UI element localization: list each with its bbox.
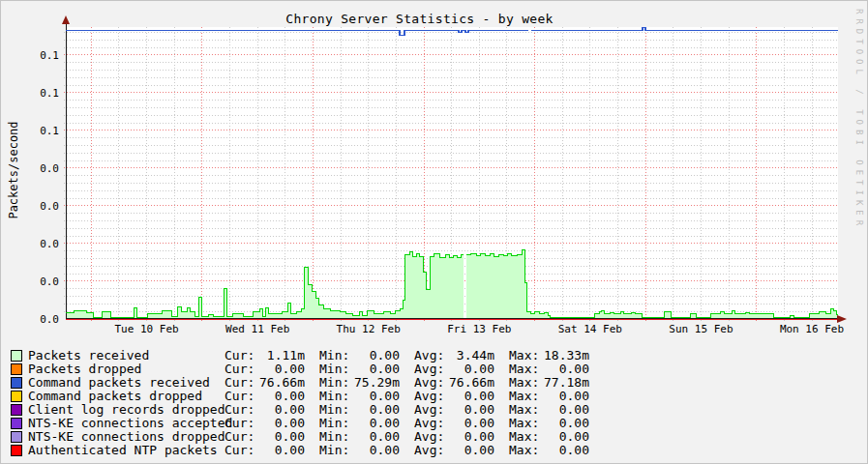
x-tick-label: Mon 16 Feb (780, 323, 844, 335)
legend-row: Command packets dropped Cur:0.00Min:0.00… (1, 390, 867, 403)
legend-stat-value: 0.00 (354, 444, 400, 457)
legend-series-label: Authenticated NTP packets (28, 444, 224, 457)
legend-row: Packets received Cur:1.11mMin:0.00Avg:3.… (1, 349, 867, 362)
y-tick-label: 0.1 (40, 49, 59, 62)
legend-row: Command packets received Cur:76.66mMin:7… (1, 376, 867, 390)
legend: Packets received Cur:1.11mMin:0.00Avg:3.… (1, 349, 867, 457)
legend-stat-value: 0.00 (259, 403, 305, 417)
legend-stat-value: 76.66m (259, 376, 305, 390)
legend-stat-key: Avg: (414, 403, 449, 417)
legend-stat-value: 0.00 (449, 362, 494, 376)
legend-stat-key: Max: (509, 362, 544, 376)
legend-stat-value: 75.29m (354, 376, 400, 390)
legend-stat-key: Avg: (414, 362, 449, 376)
legend-stat-value: 0.00 (544, 430, 589, 444)
legend-stat-value: 0.00 (259, 362, 305, 376)
legend-swatch (11, 377, 22, 389)
x-tick-label: Fri 13 Feb (447, 323, 511, 335)
legend-row: NTS-KE connections accepted Cur:0.00Min:… (1, 417, 867, 430)
legend-stat-value: 0.00 (259, 417, 305, 430)
legend-stat-key: Cur: (224, 417, 259, 430)
legend-stat-key: Avg: (414, 417, 449, 430)
legend-series-label: NTS-KE connections dropped (28, 430, 224, 444)
legend-stat-key: Min: (319, 417, 354, 430)
legend-stat-key: Max: (509, 376, 544, 390)
legend-stat-value: 0.00 (544, 362, 589, 376)
legend-stat-value: 0.00 (544, 444, 589, 457)
legend-stat-key: Cur: (224, 362, 259, 376)
legend-stat-value: 0.00 (449, 444, 494, 457)
legend-swatch (11, 418, 22, 429)
x-tick-label: Wed 11 Feb (225, 323, 289, 335)
legend-series-label: NTS-KE connections accepted (28, 417, 224, 430)
legend-stat-value: 76.66m (449, 376, 494, 390)
legend-row: Authenticated NTP packets Cur:0.00Min:0.… (1, 444, 867, 457)
legend-stat-key: Cur: (224, 430, 259, 444)
x-tick-label: Tue 10 Feb (114, 323, 178, 335)
y-tick-label: 0.1 (40, 125, 59, 137)
legend-row: Client log records dropped Cur:0.00Min:0… (1, 403, 867, 417)
legend-stat-value: 0.00 (354, 403, 400, 417)
legend-series-label: Command packets dropped (28, 390, 224, 403)
legend-stat-key: Cur: (224, 444, 259, 457)
legend-stat-key: Cur: (224, 349, 259, 362)
legend-row: Packets dropped Cur:0.00Min:0.00Avg:0.00… (1, 362, 867, 376)
legend-stat-key: Avg: (414, 430, 449, 444)
legend-stat-value: 1.11m (259, 349, 305, 362)
legend-swatch (11, 350, 22, 362)
legend-stat-key: Max: (509, 403, 544, 417)
legend-stat-key: Cur: (224, 390, 259, 403)
chart-svg: 0.10.10.10.00.00.00.00.0Tue 10 FebWed 11… (1, 1, 868, 341)
legend-stat-value: 0.00 (354, 362, 400, 376)
legend-stat-key: Cur: (224, 403, 259, 417)
legend-stat-value: 0.00 (259, 430, 305, 444)
x-axis-arrow (837, 315, 847, 323)
legend-stat-key: Min: (319, 376, 354, 390)
legend-stat-key: Max: (509, 417, 544, 430)
legend-stat-value: 0.00 (449, 430, 494, 444)
legend-stat-key: Min: (319, 444, 354, 457)
legend-stat-value: 0.00 (544, 403, 589, 417)
legend-stat-key: Avg: (414, 349, 449, 362)
legend-stat-value: 18.33m (544, 349, 589, 362)
legend-stat-value: 0.00 (449, 403, 494, 417)
legend-stat-value: 0.00 (354, 430, 400, 444)
y-tick-label: 0.0 (40, 162, 59, 175)
legend-series-label: Command packets received (28, 376, 224, 390)
legend-stat-key: Cur: (224, 376, 259, 390)
legend-stat-value: 0.00 (449, 417, 494, 430)
legend-stat-key: Max: (509, 349, 544, 362)
legend-stat-key: Min: (319, 430, 354, 444)
legend-swatch (11, 391, 22, 402)
legend-stat-value: 0.00 (259, 444, 305, 457)
legend-swatch (11, 431, 22, 443)
legend-stat-value: 0.00 (544, 417, 589, 430)
legend-swatch (11, 404, 22, 416)
legend-swatch (11, 363, 22, 375)
legend-stat-value: 0.00 (354, 417, 400, 430)
legend-stat-key: Min: (319, 362, 354, 376)
legend-stat-value: 0.00 (544, 390, 589, 403)
legend-stat-key: Max: (509, 390, 544, 403)
x-tick-label: Thu 12 Feb (337, 323, 401, 335)
legend-series-label: Client log records dropped (28, 403, 224, 417)
rrdtool-graph: Chrony Server Statistics - by week Packe… (0, 0, 868, 464)
legend-stat-value: 0.00 (354, 390, 400, 403)
y-tick-label: 0.0 (40, 238, 59, 250)
legend-stat-key: Avg: (414, 376, 449, 390)
legend-stat-key: Max: (509, 444, 544, 457)
legend-stat-value: 3.44m (449, 349, 494, 362)
legend-stat-key: Avg: (414, 390, 449, 403)
legend-stat-key: Min: (319, 349, 354, 362)
legend-stat-key: Avg: (414, 444, 449, 457)
legend-series-label: Packets received (28, 349, 224, 362)
legend-stat-key: Max: (509, 430, 544, 444)
legend-stat-value: 0.00 (259, 390, 305, 403)
x-tick-label: Sat 14 Feb (558, 323, 622, 335)
x-tick-label: Sun 15 Feb (669, 323, 733, 335)
legend-stat-key: Min: (319, 390, 354, 403)
legend-stat-value: 0.00 (449, 390, 494, 403)
y-tick-label: 0.1 (40, 87, 59, 100)
legend-swatch (11, 445, 22, 456)
legend-stat-value: 0.00 (354, 349, 400, 362)
